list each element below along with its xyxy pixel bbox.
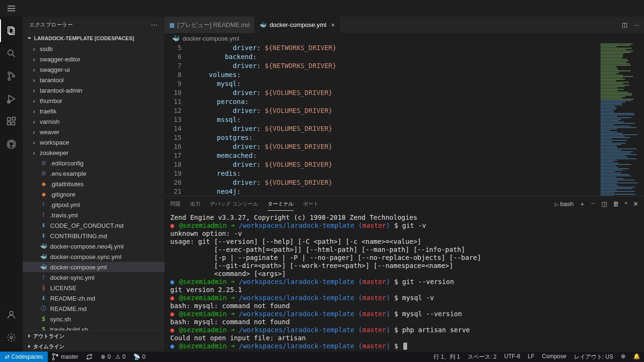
folder-item[interactable]: ›swagger-editor: [23, 54, 165, 64]
layout[interactable]: レイアウト: US: [570, 353, 617, 361]
search-icon[interactable]: [0, 42, 23, 65]
terminal-profile[interactable]: ▷ bash: [555, 200, 574, 207]
svg-rect-15: [12, 117, 15, 120]
extensions-icon[interactable]: [0, 110, 23, 133]
svg-point-5: [8, 50, 13, 55]
file-label: .travis.yml: [50, 212, 78, 219]
file-label: docker-compose.sync.yml: [50, 253, 121, 260]
tab-bar: ▦[プレビュー] README.md🐳docker-compose.yml×◫·…: [165, 17, 644, 33]
file-item[interactable]: 🐳docker-compose.yml: [23, 262, 165, 272]
file-item[interactable]: !.travis.yml: [23, 210, 165, 220]
file-item[interactable]: ◆.gitattributes: [23, 179, 165, 189]
timeline-section[interactable]: タイムライン: [23, 341, 165, 352]
breadcrumb[interactable]: 🐳 docker-compose.yml: [165, 33, 644, 43]
file-label: docker-sync.yml: [50, 274, 95, 281]
menu-button[interactable]: [0, 5, 23, 12]
tab-terminal[interactable]: ターミナル: [268, 198, 294, 211]
svg-rect-14: [12, 122, 15, 125]
file-icon: ◆: [40, 190, 47, 198]
editor-tab[interactable]: 🐳docker-compose.yml×: [255, 17, 340, 33]
workspace-root[interactable]: LARADOCK-TEMPLATE [CODESPACES]: [23, 33, 165, 43]
folder-label: swagger-editor: [40, 56, 80, 63]
chevron-down-icon[interactable]: ﹀: [591, 201, 596, 207]
activity-bar: [0, 17, 23, 352]
file-item[interactable]: 🐳docker-compose.neo4j.yml: [23, 241, 165, 251]
close-tab-icon[interactable]: ×: [329, 21, 335, 29]
file-icon: ◆: [40, 180, 47, 188]
explorer-icon[interactable]: [0, 19, 23, 42]
more-actions-icon[interactable]: ···: [634, 21, 639, 28]
tab-label: [プレビュー] README.md: [177, 21, 250, 29]
folder-item[interactable]: ›workspace: [23, 137, 165, 147]
file-item[interactable]: ⬇CODE_OF_CONDUCT.md: [23, 220, 165, 231]
problems-status[interactable]: ⊗0 ⚠0: [97, 352, 129, 362]
close-panel-icon[interactable]: ✕: [633, 200, 638, 207]
folder-item[interactable]: ›varnish: [23, 116, 165, 127]
tab-output[interactable]: 出力: [190, 198, 200, 210]
file-item[interactable]: !.gitpod.yml: [23, 199, 165, 210]
file-icon: §: [40, 284, 47, 292]
run-debug-icon[interactable]: [0, 87, 23, 110]
code-content[interactable]: driver: ${NETWORKS_DRIVER} backend: driv…: [193, 43, 597, 196]
feedback-icon[interactable]: ⊕: [617, 353, 629, 360]
file-item[interactable]: 🐳docker-compose.sync.yml: [23, 251, 165, 262]
tab-ports[interactable]: ポート: [303, 198, 319, 210]
language-mode[interactable]: Compose: [538, 353, 570, 360]
split-terminal-icon[interactable]: ◫: [601, 200, 607, 207]
folder-item[interactable]: ›traefik: [23, 106, 165, 116]
split-editor-icon[interactable]: ◫: [622, 21, 627, 28]
file-item[interactable]: ⚙.editorconfig: [23, 158, 165, 168]
notifications-icon[interactable]: 🔔: [629, 353, 644, 360]
file-item[interactable]: ◆.gitignore: [23, 189, 165, 199]
minimap[interactable]: [597, 43, 644, 196]
ports-status[interactable]: 📡0: [130, 352, 149, 362]
editor-tab[interactable]: ▦[プレビュー] README.md: [165, 17, 255, 33]
file-item[interactable]: !docker-sync.yml: [23, 272, 165, 283]
code-editor[interactable]: 567891011121314151617181920212223 driver…: [165, 43, 644, 196]
folder-item[interactable]: ›zookeeper: [23, 147, 165, 158]
eol[interactable]: LF: [524, 353, 538, 360]
settings-icon[interactable]: [0, 326, 23, 349]
folder-item[interactable]: ›swagger-ui: [23, 64, 165, 75]
file-item[interactable]: §LICENSE: [23, 283, 165, 293]
tab-problems[interactable]: 問題: [170, 198, 181, 210]
folder-item[interactable]: ›tarantool-admin: [23, 85, 165, 95]
tab-debug[interactable]: デバッグ コンソール: [210, 198, 258, 210]
tab-icon: 🐳: [260, 22, 267, 28]
folder-label: zookeeper: [40, 149, 69, 156]
file-item[interactable]: ⓘREADME.md: [23, 303, 165, 314]
file-tree[interactable]: ›ssdb›swagger-editor›swagger-ui›tarantoo…: [23, 43, 165, 330]
file-item[interactable]: ⬇CONTRIBUTING.md: [23, 231, 165, 241]
outline-section[interactable]: アウトライン: [23, 331, 165, 341]
cursor-position[interactable]: 行 1、列 1: [430, 353, 464, 361]
folder-item[interactable]: ›weaver: [23, 127, 165, 137]
new-terminal-icon[interactable]: ＋: [579, 200, 585, 208]
git-branch[interactable]: master: [48, 352, 82, 362]
github-icon[interactable]: [0, 133, 23, 155]
remote-indicator[interactable]: ⇄ Codespaces: [0, 352, 48, 362]
folder-item[interactable]: ›ssdb: [23, 43, 165, 54]
file-label: .env.example: [50, 170, 86, 177]
svg-point-8: [8, 78, 10, 80]
maximize-panel-icon[interactable]: ^: [625, 200, 627, 207]
panel-tabs: 問題 出力 デバッグ コンソール ターミナル ポート ▷ bash ＋ ﹀ ◫ …: [165, 196, 644, 212]
file-item[interactable]: ⚙.env.example: [23, 168, 165, 179]
svg-point-9: [12, 75, 15, 78]
sidebar-more-icon[interactable]: ···: [151, 21, 158, 29]
accounts-icon[interactable]: [0, 303, 23, 326]
terminal-content[interactable]: Zend Engine v3.3.27, Copyright (c) 1998-…: [165, 212, 644, 352]
indentation[interactable]: スペース: 2: [464, 353, 500, 361]
file-item[interactable]: ⬇README-zh.md: [23, 293, 165, 303]
sync-button[interactable]: [82, 352, 97, 362]
source-control-icon[interactable]: [0, 65, 23, 87]
status-bar: ⇄ Codespaces master ⊗0 ⚠0 📡0 行 1、列 1 スペー…: [0, 352, 644, 362]
svg-line-6: [13, 55, 15, 57]
folder-item[interactable]: ›thumbor: [23, 95, 165, 106]
file-item[interactable]: $sync.sh: [23, 314, 165, 324]
file-icon: !: [40, 274, 47, 281]
folder-item[interactable]: ›tarantool: [23, 75, 165, 85]
encoding[interactable]: UTF-8: [500, 353, 524, 360]
file-item[interactable]: $travis-build.sh: [23, 324, 165, 330]
panel: 問題 出力 デバッグ コンソール ターミナル ポート ▷ bash ＋ ﹀ ◫ …: [165, 196, 644, 352]
kill-terminal-icon[interactable]: 🗑: [613, 200, 619, 207]
